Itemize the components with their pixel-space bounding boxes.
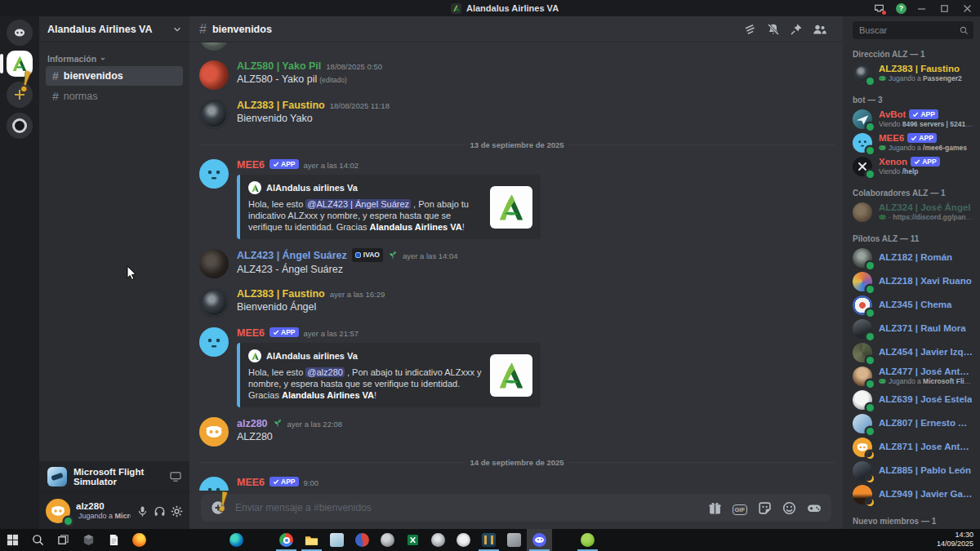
member-row[interactable]: XenonAPPViendo /help [853,154,973,178]
taskbar-discord[interactable] [527,529,552,551]
member-row[interactable]: ALZ371 | Raul Mora [853,317,973,340]
taskbar-app-red[interactable] [350,529,375,551]
category-informacion[interactable]: Información [47,54,183,64]
member-row[interactable]: ALZ218 | Xavi Ruano [853,269,973,293]
member-section-label[interactable]: bot — 3 [853,96,973,104]
message-author[interactable]: ALZ383 | Faustino [237,100,325,112]
emoji-icon[interactable] [782,501,796,515]
message-author[interactable]: ALZ423 | Ángel Suárez [237,250,347,262]
taskbar-taskbar-search[interactable] [25,529,51,551]
member-row[interactable]: AvBotAPPViendo 8496 servers | 524141+ co… [853,107,973,131]
channel-item-normas[interactable]: #normas [46,87,183,106]
user-mention[interactable]: @ALZ423 | Ángel Suárez [305,199,411,209]
taskbar-file-explorer[interactable] [299,529,324,551]
member-section-label[interactable]: Pilotos ALZ — 11 [853,234,973,243]
taskbar-app-colorful[interactable] [476,529,501,551]
user-avatar[interactable] [199,159,229,189]
close-button[interactable] [964,5,975,12]
member-search-input[interactable] [858,24,956,36]
taskbar-app-blue[interactable] [324,529,350,551]
taskbar-app-grey3[interactable] [501,529,527,551]
pin-icon[interactable] [790,23,803,36]
chat-message[interactable]: ALZ383 | Faustinoayer a las 16:29Bienven… [199,288,835,318]
member-section-label[interactable]: Colaboradores ALZ — 1 [853,189,973,198]
user-avatar[interactable] [199,60,229,90]
taskbar-app-box[interactable] [76,529,101,551]
member-row[interactable]: ALZ807 | Ernesto Aides [853,411,973,435]
taskbar-app-grey1[interactable] [425,529,451,551]
member-search[interactable] [853,21,973,39]
user-avatar[interactable] [199,100,229,129]
message-author[interactable]: MEE6 [237,327,265,340]
channel-item-bienvenidos[interactable]: #bienvenidos [46,66,183,86]
help-icon[interactable]: ? [896,3,906,14]
settings-gear-icon[interactable] [171,505,183,518]
taskbar-firefox[interactable] [127,529,152,551]
member-row[interactable]: MEE6APPJugando a /mee6-games [853,131,973,154]
chat-message[interactable]: MEE6APPayer a las 14:02AlAndalus airline… [199,159,835,239]
home-button[interactable] [7,20,33,46]
inbox-icon[interactable] [874,3,884,14]
taskbar-clock[interactable]: 14:30 14/09/2025 [937,529,980,551]
taskbar-app-globe[interactable] [375,529,400,551]
member-row[interactable]: ALZ182 | Román [853,246,973,269]
member-row[interactable]: ALZ639 | José Estela [853,388,973,411]
maximize-button[interactable] [941,5,952,12]
member-section-label[interactable]: Dirección ALZ — 1 [853,50,973,59]
taskbar-utorrent[interactable] [575,529,600,551]
members-icon[interactable] [813,23,826,36]
message-author[interactable]: MEE6 [237,159,265,171]
chat-message[interactable]: MEE6APPayer a las 21:57AlAndalus airline… [199,327,835,407]
user-avatar[interactable] [853,202,872,222]
taskbar-notepad[interactable] [101,529,127,551]
user-mention[interactable]: @alz280 [305,367,345,377]
taskbar-edge[interactable] [224,529,249,551]
member-row[interactable]: ALZ345 | Chema [853,293,973,317]
member-row[interactable]: ALZ871 | Jose Antonio [853,435,973,459]
gift-icon[interactable] [708,501,722,515]
minimize-button[interactable] [918,5,929,12]
user-avatar[interactable] [199,417,229,447]
activity-card[interactable]: Microsoft Flight Simulator [39,461,189,493]
chat-message[interactable]: MEE6APP9:00AlAndalus airlines VaHola, le… [199,477,835,491]
chat-message[interactable]: ALZ423 | Ángel SuárezIVAOayer a las 14:0… [199,249,835,278]
message-author[interactable]: ALZ580 | Yako Pil [237,60,321,73]
taskbar-app-grey2[interactable] [451,529,476,551]
notifications-muted-icon[interactable] [767,23,780,36]
chat-message[interactable]: ALZ580 | Yako Pil18/08/2025 0:50ALZ580 -… [199,60,835,90]
user-avatar[interactable] [199,42,229,51]
mic-icon[interactable] [136,505,149,518]
member-row[interactable]: ALZ885 | Pablo León [853,459,973,482]
member-section-label[interactable]: Nuevo miembros — 1 [853,517,973,526]
user-avatar[interactable] [199,249,229,278]
message-author[interactable]: ALZ383 | Faustino [237,288,325,300]
member-row[interactable]: ALZ949 | Javier Garcia [853,482,973,506]
message-list[interactable]: ALZ580 | Yako Pil18/08/2025 0:50ALZ580 -… [189,42,843,491]
taskbar-excel[interactable] [400,529,425,551]
message-author[interactable]: alz280 [237,418,268,430]
member-row[interactable]: ALZ477 | José AntonioJugando a Microsoft… [853,364,973,388]
chat-message[interactable]: alz280ayer a las 22:08ALZ280 [199,417,835,447]
stream-icon[interactable] [170,472,181,482]
taskbar-task-view[interactable] [51,529,76,551]
user-avatar[interactable] [199,288,229,318]
discover-button[interactable] [7,113,33,139]
gif-icon[interactable]: GIF [733,500,748,515]
message-input[interactable] [234,501,700,514]
threads-icon[interactable] [744,23,757,36]
taskbar-start-button[interactable] [0,529,25,551]
attach-plus-icon[interactable] [211,500,225,515]
chat-message[interactable]: ALZ383 | Faustino18/08/2025 11:18Bienven… [199,100,835,129]
activities-icon[interactable] [807,501,822,515]
user-avatar[interactable] [199,327,229,357]
member-row[interactable]: ALZ454 | Javier Izquierdo [853,340,973,364]
taskbar-chrome[interactable] [274,529,299,551]
member-row[interactable]: ALZ383 | FaustinoJugando a Passenger2 [853,61,973,85]
user-panel[interactable]: alz280 Jugando a Microsoft Flight ... [39,493,189,529]
user-avatar[interactable] [199,477,229,491]
headphones-icon[interactable] [154,505,166,518]
chat-message[interactable] [199,42,835,51]
server-icon-alandalus[interactable] [7,51,33,77]
sticker-icon[interactable] [758,501,772,515]
server-header[interactable]: Alandalus Airlines VA [39,16,189,42]
